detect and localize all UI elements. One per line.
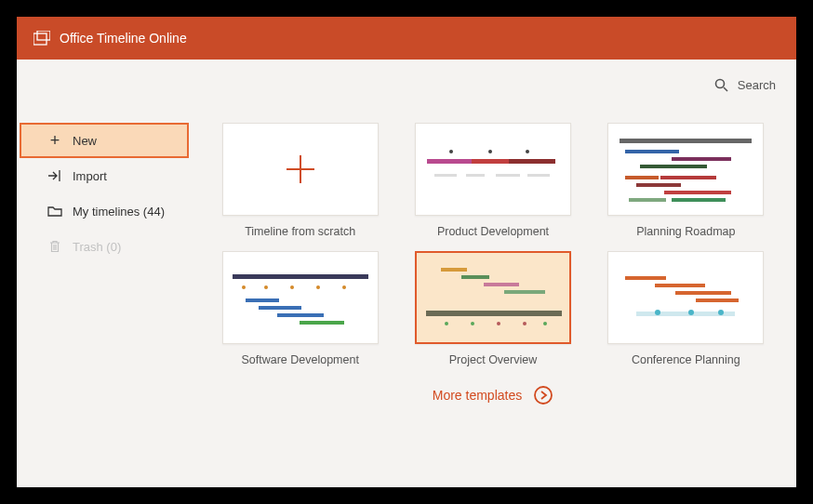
folder-icon (47, 206, 63, 217)
sidebar-item-label: Trash (0) (73, 240, 121, 254)
sidebar-item-trash[interactable]: Trash (0) (17, 229, 189, 264)
import-icon (47, 170, 63, 181)
template-card-product-development: Product Development (410, 123, 575, 238)
app-title: Office Timeline Online (60, 31, 187, 46)
sidebar-item-new[interactable]: + New (20, 123, 189, 158)
svg-rect-1 (37, 31, 50, 40)
template-card-conference-planning: Conference Planning (604, 251, 768, 366)
main-content: Timeline from scratch (199, 115, 787, 487)
search-button[interactable]: Search (714, 78, 776, 92)
template-thumb[interactable] (415, 251, 571, 344)
template-label: Product Development (410, 225, 575, 238)
sidebar-item-label: Import (73, 169, 107, 183)
sidebar-item-label: New (73, 134, 97, 148)
template-thumb[interactable] (415, 123, 571, 216)
template-grid: Timeline from scratch (199, 115, 787, 366)
search-icon (714, 78, 728, 92)
app-header: Office Timeline Online (17, 17, 796, 60)
template-thumb[interactable] (222, 251, 379, 344)
more-templates-button[interactable]: More templates (199, 385, 787, 405)
template-label: Planning Roadmap (604, 225, 768, 238)
arrow-right-circle-icon (533, 385, 553, 405)
template-label: Conference Planning (604, 353, 768, 366)
app-logo-icon (33, 31, 50, 46)
sidebar-item-my-timelines[interactable]: My timelines (44) (17, 193, 189, 229)
template-card-planning-roadmap: Planning Roadmap (604, 123, 768, 238)
sidebar-item-import[interactable]: Import (17, 158, 189, 193)
svg-line-3 (724, 87, 727, 91)
search-label: Search (738, 78, 776, 92)
more-templates-label: More templates (433, 388, 522, 403)
template-label: Timeline from scratch (218, 225, 382, 238)
template-label: Software Development (218, 353, 382, 366)
template-label: Project Overview (410, 353, 575, 366)
trash-icon (47, 240, 63, 253)
template-card-project-overview: Project Overview (410, 251, 575, 366)
svg-point-2 (715, 80, 724, 88)
svg-rect-0 (33, 33, 47, 45)
sidebar-item-label: My timelines (44) (73, 205, 165, 219)
plus-icon: + (47, 132, 63, 149)
sidebar: + New Import My timelines (44) Trash (0 (17, 123, 189, 264)
template-thumb[interactable] (222, 123, 379, 216)
template-card-software-development: Software Development (218, 251, 382, 366)
template-thumb[interactable] (607, 123, 764, 216)
template-card-scratch: Timeline from scratch (218, 123, 382, 238)
template-thumb[interactable] (607, 251, 764, 344)
svg-point-5 (535, 387, 552, 404)
